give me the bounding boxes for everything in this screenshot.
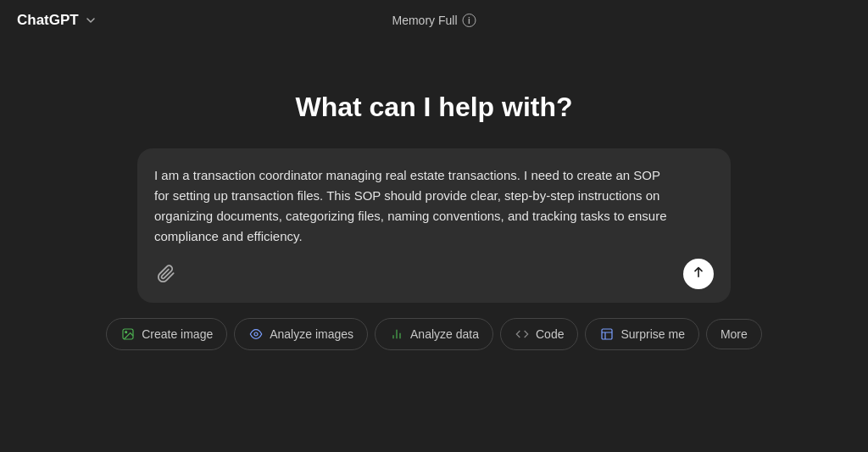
analyze-images-button[interactable]: Analyze images <box>234 318 368 350</box>
svg-point-2 <box>254 332 258 336</box>
header: ChatGPT Memory Full i <box>0 0 868 41</box>
page-heading: What can I help with? <box>295 92 572 123</box>
memory-info-icon[interactable]: i <box>463 14 476 27</box>
code-label: Code <box>536 327 564 341</box>
analyze-images-label: Analyze images <box>270 327 353 341</box>
chat-input-box: I am a transaction coordinator managing … <box>137 148 731 303</box>
more-label: More <box>721 327 748 341</box>
action-buttons-row: Create image Analyze images Analyze data <box>106 318 762 350</box>
input-text-content[interactable]: I am a transaction coordinator managing … <box>154 165 714 247</box>
main-content: What can I help with? I am a transaction… <box>0 41 868 350</box>
create-image-icon <box>120 326 136 342</box>
analyze-data-icon <box>389 326 404 342</box>
attach-icon[interactable] <box>154 262 178 286</box>
analyze-images-icon <box>248 326 264 342</box>
chevron-down-icon <box>84 14 97 27</box>
create-image-label: Create image <box>142 327 213 341</box>
surprise-me-label: Surprise me <box>620 327 684 341</box>
more-button[interactable]: More <box>706 319 762 349</box>
app-title: ChatGPT <box>17 12 79 29</box>
send-button[interactable] <box>683 259 714 289</box>
send-arrow-icon <box>692 265 705 282</box>
analyze-data-label: Analyze data <box>410 327 479 341</box>
svg-rect-6 <box>602 329 612 339</box>
input-bottom-bar <box>154 259 714 289</box>
analyze-data-button[interactable]: Analyze data <box>375 318 493 350</box>
surprise-icon <box>599 326 615 342</box>
memory-status: Memory Full i <box>392 14 476 27</box>
code-icon <box>515 326 530 342</box>
memory-label: Memory Full <box>392 14 457 27</box>
create-image-button[interactable]: Create image <box>106 318 227 350</box>
surprise-me-button[interactable]: Surprise me <box>585 318 698 350</box>
code-button[interactable]: Code <box>500 318 578 350</box>
svg-point-1 <box>125 332 127 333</box>
chatgpt-logo-button[interactable]: ChatGPT <box>17 12 97 29</box>
